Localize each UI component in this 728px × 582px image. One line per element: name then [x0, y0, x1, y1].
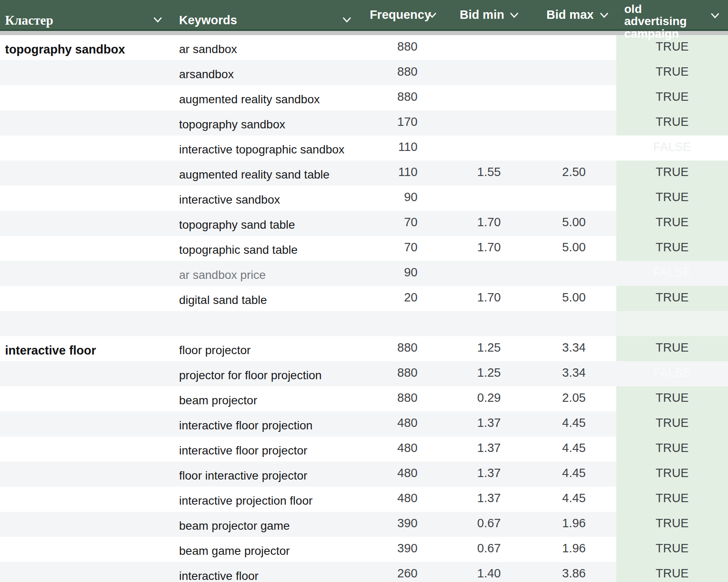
bid-max-cell[interactable]	[524, 311, 616, 336]
bid-max-cell[interactable]: 5.00	[524, 286, 616, 311]
campaign-cell[interactable]: TRUE	[616, 386, 728, 411]
campaign-cell[interactable]	[616, 311, 728, 336]
keyword-cell[interactable]: interactive sandbox	[175, 186, 361, 211]
frequency-cell[interactable]: 480	[361, 487, 440, 512]
frequency-cell[interactable]: 880	[361, 85, 440, 110]
frequency-cell[interactable]: 170	[361, 110, 440, 135]
bid-min-cell[interactable]: 0.67	[440, 537, 524, 562]
cluster-cell[interactable]	[0, 85, 175, 110]
column-header-old-advertising-campaign[interactable]: old advertising campaign	[616, 0, 728, 29]
frequency-cell[interactable]: 480	[361, 411, 440, 436]
campaign-cell[interactable]: FALSE	[616, 361, 728, 386]
bid-max-cell[interactable]: 3.86	[524, 562, 616, 582]
bid-max-cell[interactable]	[524, 85, 616, 110]
keyword-cell[interactable]: topography sandbox	[175, 110, 361, 135]
column-header-bid-max[interactable]: Bid max	[524, 0, 616, 29]
keyword-cell[interactable]: interactive floor projector	[175, 436, 361, 462]
bid-max-cell[interactable]	[524, 60, 616, 85]
campaign-cell[interactable]: TRUE	[616, 110, 728, 135]
bid-min-cell[interactable]	[440, 110, 524, 135]
keywords-filter-button[interactable]	[341, 13, 353, 26]
frequency-filter-button[interactable]	[426, 9, 438, 21]
bid-max-cell[interactable]	[524, 261, 616, 286]
frequency-cell[interactable]: 20	[361, 286, 440, 311]
cluster-cell[interactable]	[0, 286, 175, 311]
bid-min-cell[interactable]: 1.70	[440, 236, 524, 261]
frequency-cell[interactable]: 480	[361, 436, 440, 462]
bid-max-cell[interactable]: 4.45	[524, 436, 616, 462]
campaign-cell[interactable]: FALSE	[616, 261, 728, 286]
keyword-cell[interactable]: beam projector game	[175, 512, 361, 537]
bid-max-cell[interactable]	[524, 186, 616, 211]
bid-min-cell[interactable]: 1.37	[440, 462, 524, 487]
bid-max-cell[interactable]: 1.96	[524, 537, 616, 562]
frequency-cell[interactable]: 880	[361, 386, 440, 411]
frequency-cell[interactable]: 90	[361, 186, 440, 211]
cluster-cell[interactable]	[0, 186, 175, 211]
frequency-cell[interactable]: 110	[361, 161, 440, 186]
campaign-cell[interactable]: TRUE	[616, 336, 728, 361]
campaign-cell[interactable]: TRUE	[616, 85, 728, 110]
cluster-cell[interactable]	[0, 211, 175, 236]
bid-min-cell[interactable]: 1.37	[440, 487, 524, 512]
bid-min-cell[interactable]: 1.55	[440, 161, 524, 186]
frequency-cell[interactable]: 90	[361, 261, 440, 286]
frequency-cell[interactable]: 880	[361, 336, 440, 361]
bid-min-cell[interactable]	[440, 85, 524, 110]
bid-max-cell[interactable]: 5.00	[524, 236, 616, 261]
cluster-cell[interactable]	[0, 512, 175, 537]
frequency-cell[interactable]: 390	[361, 537, 440, 562]
campaign-cell[interactable]: TRUE	[616, 487, 728, 512]
cluster-cell[interactable]	[0, 261, 175, 286]
bid-min-cell[interactable]: 1.25	[440, 336, 524, 361]
campaign-cell[interactable]: TRUE	[616, 286, 728, 311]
bid-min-cell[interactable]	[440, 60, 524, 85]
frequency-cell[interactable]: 70	[361, 236, 440, 261]
cluster-cell[interactable]: interactive floor	[0, 336, 175, 361]
bid-min-cell[interactable]: 1.40	[440, 562, 524, 582]
bid-min-cell[interactable]	[440, 311, 524, 336]
bid-max-cell[interactable]: 3.34	[524, 361, 616, 386]
bid-max-cell[interactable]: 4.45	[524, 462, 616, 487]
keyword-cell[interactable]: beam game projector	[175, 537, 361, 562]
frequency-cell[interactable]: 880	[361, 35, 440, 60]
bid-max-cell[interactable]	[524, 35, 616, 60]
frequency-cell[interactable]: 480	[361, 462, 440, 487]
keyword-cell[interactable]: floor interactive projector	[175, 462, 361, 487]
column-header-frequency[interactable]: Frequency	[361, 0, 440, 29]
cluster-cell[interactable]	[0, 562, 175, 582]
frequency-cell[interactable]	[361, 311, 440, 336]
campaign-filter-button[interactable]	[709, 9, 721, 22]
bid-max-cell[interactable]	[524, 135, 616, 161]
bid-max-cell[interactable]: 1.96	[524, 512, 616, 537]
keyword-cell[interactable]: augmented reality sand table	[175, 161, 361, 186]
cluster-cell[interactable]	[0, 110, 175, 135]
bid-min-cell[interactable]	[440, 261, 524, 286]
keyword-cell[interactable]: interactive projection floor	[175, 487, 361, 512]
bid-min-cell[interactable]: 1.25	[440, 361, 524, 386]
cluster-cell[interactable]	[0, 462, 175, 487]
campaign-cell[interactable]: TRUE	[616, 562, 728, 582]
cluster-filter-button[interactable]	[151, 13, 164, 26]
frequency-cell[interactable]: 880	[361, 361, 440, 386]
keyword-cell[interactable]	[175, 311, 361, 336]
keyword-cell[interactable]: beam projector	[175, 386, 361, 411]
bid-max-cell[interactable]	[524, 110, 616, 135]
cluster-cell[interactable]	[0, 311, 175, 336]
bid-min-cell[interactable]: 1.37	[440, 411, 524, 436]
bid-max-cell[interactable]: 3.34	[524, 336, 616, 361]
bid-max-cell[interactable]: 5.00	[524, 211, 616, 236]
bid-min-cell[interactable]	[440, 35, 524, 60]
keyword-cell[interactable]: arsandbox	[175, 60, 361, 85]
frequency-cell[interactable]: 110	[361, 135, 440, 161]
keyword-cell[interactable]: interactive floor projection	[175, 411, 361, 436]
campaign-cell[interactable]: TRUE	[616, 236, 728, 261]
keyword-cell[interactable]: projector for floor projection	[175, 361, 361, 386]
keyword-cell[interactable]: augmented reality sandbox	[175, 85, 361, 110]
bid-min-cell[interactable]	[440, 186, 524, 211]
cluster-cell[interactable]	[0, 361, 175, 386]
bid-max-cell[interactable]: 2.50	[524, 161, 616, 186]
campaign-cell[interactable]: TRUE	[616, 411, 728, 436]
campaign-cell[interactable]: TRUE	[616, 537, 728, 562]
cluster-cell[interactable]	[0, 386, 175, 411]
